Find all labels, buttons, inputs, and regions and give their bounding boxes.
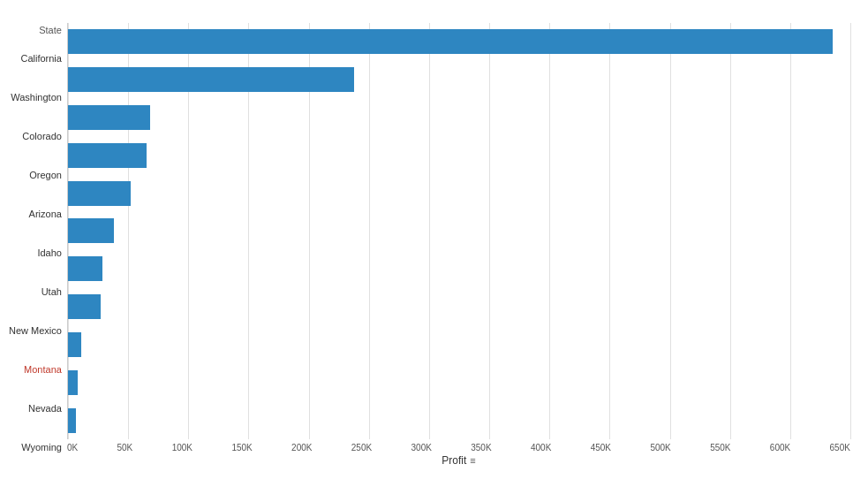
y-axis-state-label: New Mexico bbox=[9, 311, 67, 350]
y-axis-state-label: Oregon bbox=[9, 156, 67, 194]
x-tick-label: 300K bbox=[411, 443, 432, 453]
bar-row bbox=[68, 212, 850, 250]
y-axis-state-label: Utah bbox=[9, 272, 67, 311]
bar[interactable] bbox=[68, 67, 354, 92]
bar[interactable] bbox=[68, 256, 103, 281]
grid-line bbox=[850, 23, 851, 439]
x-tick-label: 0K bbox=[67, 443, 78, 453]
chart-area: State CaliforniaWashingtonColoradoOregon… bbox=[9, 9, 850, 467]
bar-row bbox=[68, 288, 850, 326]
bar-row bbox=[68, 363, 850, 401]
bar-row bbox=[68, 23, 850, 61]
x-axis-label: Profit ≡ bbox=[67, 454, 850, 467]
bars-and-grid: 0K50K100K150K200K250K300K350K400K450K500… bbox=[67, 9, 850, 467]
y-axis-state-label: Washington bbox=[9, 78, 67, 117]
state-header-label: State bbox=[9, 25, 67, 39]
profit-text: Profit bbox=[442, 454, 466, 467]
y-axis-state-label: Wyoming bbox=[9, 428, 67, 467]
bar-row bbox=[68, 136, 850, 174]
bar[interactable] bbox=[68, 294, 101, 319]
bar[interactable] bbox=[68, 29, 833, 54]
y-axis: State CaliforniaWashingtonColoradoOregon… bbox=[9, 9, 67, 467]
bar[interactable] bbox=[68, 332, 81, 357]
bar[interactable] bbox=[68, 105, 150, 130]
bar-row bbox=[68, 99, 850, 137]
bar[interactable] bbox=[68, 143, 147, 168]
bar[interactable] bbox=[68, 408, 77, 433]
bar[interactable] bbox=[68, 181, 131, 206]
bar-row bbox=[68, 250, 850, 288]
bar[interactable] bbox=[68, 218, 114, 243]
x-tick-label: 500K bbox=[650, 443, 670, 453]
bar-row bbox=[68, 401, 850, 439]
x-tick-label: 600K bbox=[770, 443, 790, 453]
bar[interactable] bbox=[68, 370, 78, 395]
x-axis-labels: 0K50K100K150K200K250K300K350K400K450K500… bbox=[67, 441, 850, 453]
y-axis-state-label: Montana bbox=[9, 350, 67, 389]
bar-row bbox=[68, 61, 850, 99]
x-tick-label: 250K bbox=[351, 443, 372, 453]
x-tick-label: 200K bbox=[291, 443, 312, 453]
x-tick-label: 650K bbox=[830, 443, 850, 453]
y-axis-state-label: Arizona bbox=[9, 194, 67, 233]
y-axis-labels: CaliforniaWashingtonColoradoOregonArizon… bbox=[9, 39, 67, 467]
x-tick-label: 50K bbox=[117, 443, 133, 453]
bar-row bbox=[68, 174, 850, 212]
bars-wrapper bbox=[68, 23, 850, 439]
x-tick-label: 150K bbox=[231, 443, 252, 453]
x-tick-label: 400K bbox=[531, 443, 551, 453]
y-axis-state-label: Colorado bbox=[9, 117, 67, 156]
x-tick-label: 450K bbox=[591, 443, 611, 453]
x-tick-label: 100K bbox=[172, 443, 192, 453]
y-axis-state-label: Nevada bbox=[9, 389, 67, 428]
chart-container: State CaliforniaWashingtonColoradoOregon… bbox=[0, 0, 868, 502]
y-axis-state-label: Idaho bbox=[9, 233, 67, 272]
grid-and-bars bbox=[67, 23, 850, 439]
bar-row bbox=[68, 326, 850, 364]
y-axis-state-label: California bbox=[9, 39, 67, 78]
x-tick-label: 350K bbox=[471, 443, 491, 453]
filter-icon[interactable]: ≡ bbox=[470, 455, 475, 466]
x-tick-label: 550K bbox=[710, 443, 730, 453]
